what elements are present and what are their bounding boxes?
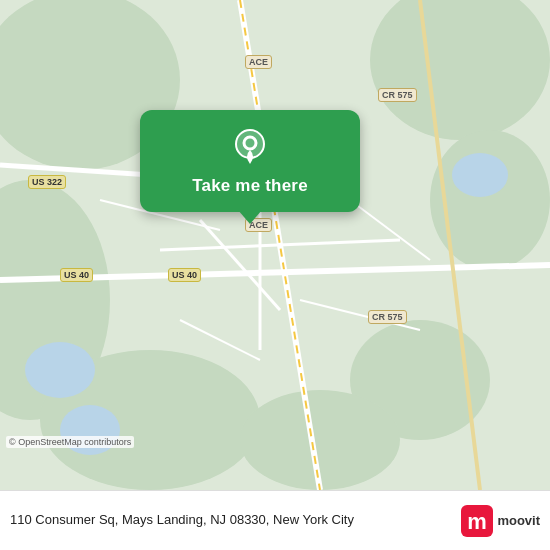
svg-point-4 [430, 130, 550, 270]
svg-point-8 [452, 153, 508, 197]
cr575b-label: CR 575 [368, 310, 407, 324]
moovit-brand-name: moovit [497, 513, 540, 528]
popup-label: Take me there [192, 176, 308, 196]
ace1-label: ACE [245, 55, 272, 69]
us322-label: US 322 [28, 175, 66, 189]
svg-text:m: m [468, 509, 488, 534]
cr575a-label: CR 575 [378, 88, 417, 102]
take-me-there-button[interactable]: Take me there [140, 110, 360, 212]
address-text: 110 Consumer Sq, Mays Landing, NJ 08330,… [10, 512, 461, 529]
osm-credit: © OpenStreetMap contributors [6, 436, 134, 448]
moovit-logo-icon: m [461, 505, 493, 537]
us40b-label: US 40 [168, 268, 201, 282]
map-container: US 322 US 40 US 40 ACE ACE CR 575 CR 575… [0, 0, 550, 490]
info-bar: 110 Consumer Sq, Mays Landing, NJ 08330,… [0, 490, 550, 550]
svg-point-9 [25, 342, 95, 398]
moovit-logo: m moovit [461, 505, 540, 537]
us40a-label: US 40 [60, 268, 93, 282]
map-svg [0, 0, 550, 490]
location-pin-icon [230, 128, 270, 168]
